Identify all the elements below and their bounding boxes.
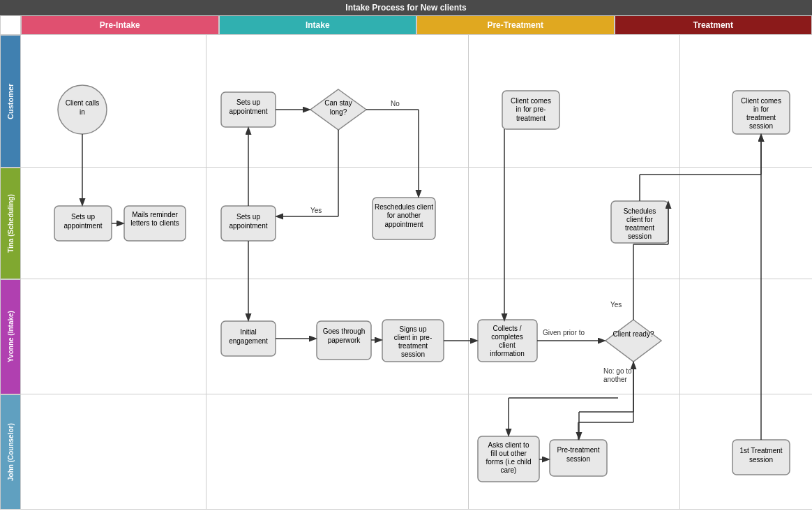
divider-t3	[679, 168, 680, 279]
row-label-customer: Customer	[0, 35, 21, 168]
row-label-tina: Tina (Scheduling)	[0, 168, 21, 279]
divider-y2	[468, 279, 469, 394]
col-header-intake: Intake	[219, 15, 417, 35]
diagram-container: Intake Process for New clients Pre-Intak…	[0, 0, 812, 518]
customer-row: Customer	[21, 35, 812, 168]
col-header-pre-intake: Pre-Intake	[21, 15, 219, 35]
divider-y1	[206, 279, 206, 394]
divider-j3	[679, 394, 680, 510]
tina-row: Tina (Scheduling)	[21, 168, 812, 279]
col-header-pretreatment: Pre-Treatment	[416, 15, 615, 35]
header-spacer	[0, 15, 21, 35]
yvonne-row: Yvonne (Intake)	[21, 279, 812, 394]
divider-c1	[206, 35, 206, 168]
col-header-treatment: Treatment	[615, 15, 813, 35]
column-headers: Pre-Intake Intake Pre-Treatment Treatmen…	[0, 15, 812, 35]
divider-y3	[679, 279, 680, 394]
divider-j2	[468, 394, 469, 510]
divider-t1	[206, 168, 206, 279]
divider-c2	[468, 35, 469, 168]
diagram-title: Intake Process for New clients	[0, 0, 812, 15]
john-row: John (Counselor)	[21, 394, 812, 510]
row-label-yvonne: Yvonne (Intake)	[0, 279, 21, 394]
divider-c3	[679, 35, 680, 168]
row-label-john: John (Counselor)	[0, 394, 21, 510]
divider-t2	[468, 168, 469, 279]
divider-j1	[206, 394, 206, 510]
